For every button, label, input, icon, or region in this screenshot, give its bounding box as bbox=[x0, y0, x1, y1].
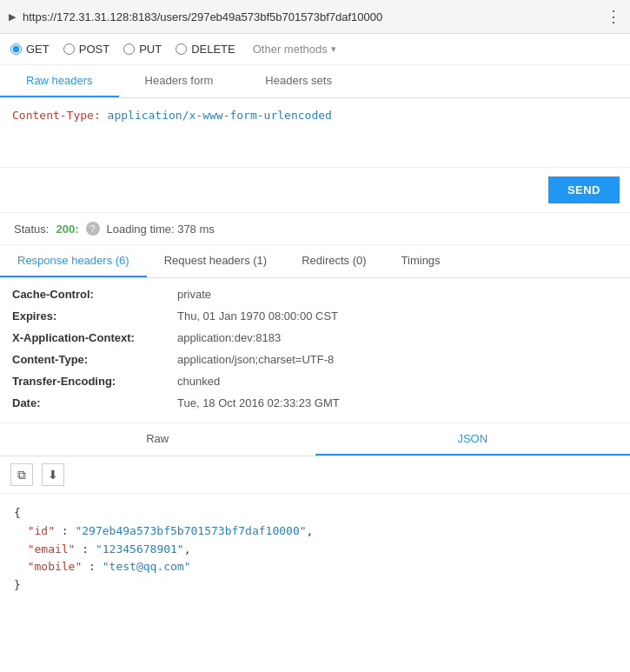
status-row: Status: 200: ? Loading time: 378 ms bbox=[0, 213, 630, 245]
header-value: Thu, 01 Jan 1970 08:00:00 CST bbox=[177, 309, 338, 323]
copy-button[interactable]: ⧉ bbox=[10, 463, 33, 486]
header-key: Date: bbox=[12, 396, 177, 409]
body-tabs: Raw JSON bbox=[0, 423, 630, 456]
table-row: Date: Tue, 18 Oct 2016 02:33:23 GMT bbox=[12, 392, 618, 414]
body-toolbar: ⧉ ⬇ bbox=[0, 456, 630, 494]
json-mobile-key: "mobile" bbox=[28, 560, 83, 573]
header-key: Expires: bbox=[12, 309, 177, 323]
response-headers-table: Cache-Control: private Expires: Thu, 01 … bbox=[0, 278, 630, 423]
other-methods-dropdown[interactable]: Other methods ▾ bbox=[253, 43, 336, 56]
download-icon: ⬇ bbox=[48, 468, 58, 482]
help-icon[interactable]: ? bbox=[86, 222, 100, 236]
expand-icon[interactable]: ▶ bbox=[9, 11, 16, 23]
header-value: application:dev:8183 bbox=[177, 331, 281, 344]
send-button[interactable]: SEND bbox=[548, 176, 620, 203]
tab-json-body[interactable]: JSON bbox=[315, 423, 631, 456]
header-key: X-Application-Context: bbox=[12, 331, 177, 344]
status-label: Status: bbox=[14, 223, 49, 236]
method-post[interactable]: POST bbox=[63, 43, 109, 56]
tab-timings[interactable]: Timings bbox=[384, 245, 458, 277]
method-delete[interactable]: DELETE bbox=[176, 43, 235, 56]
tab-raw-body[interactable]: Raw bbox=[0, 423, 315, 456]
url-text: https://172.31.31.128:8183/users/297eb49… bbox=[23, 10, 606, 23]
loading-time: Loading time: 378 ms bbox=[107, 223, 215, 236]
method-put[interactable]: PUT bbox=[123, 43, 162, 56]
tab-response-headers[interactable]: Response headers (6) bbox=[0, 245, 147, 277]
table-row: Content-Type: application/json;charset=U… bbox=[12, 349, 618, 370]
tab-raw-headers[interactable]: Raw headers bbox=[0, 65, 119, 97]
json-content: { "id" : "297eb49a573bf5b701573bf7daf100… bbox=[0, 494, 630, 605]
json-id-val: "297eb49a573bf5b701573bf7daf10000" bbox=[75, 524, 306, 537]
table-row: Transfer-Encoding: chunked bbox=[12, 370, 618, 392]
json-email-val: "12345678901" bbox=[96, 542, 184, 556]
json-id-key: "id" bbox=[28, 524, 55, 537]
header-key: Cache-Control: bbox=[12, 288, 177, 301]
header-value: application/json;charset=UTF-8 bbox=[177, 353, 334, 366]
table-row: Cache-Control: private bbox=[12, 283, 618, 305]
json-mobile-val: "test@qq.com" bbox=[103, 560, 191, 573]
header-key: Content-Type: bbox=[12, 353, 177, 366]
other-methods-label: Other methods bbox=[253, 43, 328, 56]
chevron-down-icon: ▾ bbox=[331, 43, 336, 55]
header-value: chunked bbox=[177, 375, 220, 388]
download-button[interactable]: ⬇ bbox=[42, 463, 64, 486]
raw-headers-content: Content-Type: application/x-www-form-url… bbox=[12, 109, 332, 122]
header-value: private bbox=[177, 288, 211, 301]
header-key: Transfer-Encoding: bbox=[12, 375, 177, 388]
tab-headers-sets[interactable]: Headers sets bbox=[239, 65, 358, 97]
tab-request-headers[interactable]: Request headers (1) bbox=[147, 245, 285, 277]
header-value: Tue, 18 Oct 2016 02:33:23 GMT bbox=[177, 396, 340, 409]
tab-headers-form[interactable]: Headers form bbox=[119, 65, 240, 97]
url-bar: ▶ https://172.31.31.128:8183/users/297eb… bbox=[0, 0, 630, 34]
status-code: 200: bbox=[56, 223, 78, 236]
tab-redirects[interactable]: Redirects (0) bbox=[284, 245, 383, 277]
response-tabs: Response headers (6) Request headers (1)… bbox=[0, 245, 630, 278]
json-email-key: "email" bbox=[28, 542, 76, 556]
method-row: GET POST PUT DELETE Other methods ▾ bbox=[0, 34, 630, 65]
method-get[interactable]: GET bbox=[10, 43, 50, 56]
send-row: SEND bbox=[0, 168, 630, 213]
more-icon[interactable]: ⋮ bbox=[606, 7, 621, 26]
table-row: X-Application-Context: application:dev:8… bbox=[12, 327, 618, 349]
raw-headers-area: Content-Type: application/x-www-form-url… bbox=[0, 98, 630, 168]
header-tabs: Raw headers Headers form Headers sets bbox=[0, 65, 630, 98]
table-row: Expires: Thu, 01 Jan 1970 08:00:00 CST bbox=[12, 305, 618, 327]
copy-icon: ⧉ bbox=[17, 468, 26, 482]
